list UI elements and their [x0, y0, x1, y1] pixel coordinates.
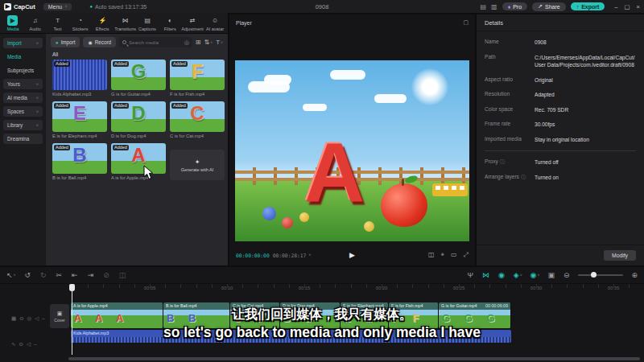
snap-toggle-icon[interactable]: ⋈ — [482, 271, 490, 279]
layout-icon[interactable]: ▤ — [481, 3, 487, 10]
select-tool-icon[interactable]: ↖˅ — [6, 271, 15, 279]
cover-label: Cover — [54, 318, 64, 323]
chevron-down-icon: ˅ — [36, 123, 39, 128]
voiceover-mic-icon[interactable]: Ψ — [467, 271, 474, 279]
split-icon[interactable]: ✂ — [56, 271, 64, 279]
ribbon-tab[interactable]: T Text — [47, 15, 69, 31]
sidebar-item[interactable]: Spaces ˅ — [3, 106, 43, 117]
delete-left-icon[interactable]: ⇤ — [72, 271, 79, 279]
sidebar-item[interactable]: Library ˅ — [3, 120, 43, 130]
video-preview[interactable]: A — [235, 60, 469, 241]
mute-icon[interactable]: ◁ — [27, 341, 31, 348]
sort-icon[interactable]: ⇅˅ — [204, 39, 213, 46]
ribbon-tab[interactable]: ◔ Stickers — [69, 15, 92, 31]
ribbon-tab[interactable]: ☺ AI avatar — [204, 15, 226, 31]
timeline-clip[interactable]: A is for Apple.mp4 A A A — [71, 302, 163, 328]
sort-glyph: ⇅ — [204, 39, 210, 46]
media-item[interactable]: Added E E is for Elephant.mp4 — [52, 101, 107, 138]
audio-track-icon[interactable]: ∿ — [11, 341, 15, 348]
maximize-button[interactable]: ▢ — [625, 3, 630, 10]
audio-clip[interactable]: Kids Alphabet.mp3 — [71, 330, 511, 343]
focus-icon[interactable]: ⌖ — [441, 251, 445, 259]
media-filter-all[interactable]: All — [52, 51, 221, 57]
modify-button[interactable]: Modify — [604, 250, 636, 261]
timeline-clip[interactable]: G is for Guitar.mp400:00:06:09 G G G — [439, 302, 511, 328]
search-input[interactable] — [129, 40, 182, 45]
mute-icon[interactable]: ◁ — [35, 315, 39, 322]
media-item[interactable]: Added G G is for Guitar.mp4 — [111, 60, 166, 97]
timecode-chevron-icon[interactable]: ˅ — [308, 253, 311, 257]
timeline-clip[interactable]: C is for Cat.mp4 C C — [230, 302, 280, 328]
sidebar-item-label: Library — [7, 122, 23, 128]
playhead-line[interactable] — [72, 284, 72, 355]
media-item[interactable]: Added C C is for Cat.mp4 — [170, 101, 225, 138]
keyframe-toggle-icon[interactable]: ◈˅ — [514, 271, 522, 279]
collapse-icon[interactable]: − — [34, 342, 37, 348]
redo-icon[interactable]: ↻ — [40, 271, 47, 279]
import-button[interactable]: ● Import — [51, 37, 80, 47]
zoom-slider-knob[interactable] — [591, 272, 597, 278]
link-toggle-icon[interactable]: ◉ — [498, 271, 506, 279]
media-item[interactable]: Added D D is for Dog.mp4 — [111, 101, 166, 138]
ribbon-tab-icon: ⋈ — [120, 15, 130, 26]
generate-with-ai-button[interactable]: ✦ Generate with AI — [170, 150, 225, 180]
record-button[interactable]: ◉ Record — [83, 37, 116, 47]
ratio-icon[interactable]: ▭ — [451, 251, 457, 259]
lock-icon[interactable]: ⊙ — [19, 341, 23, 348]
sidebar-item[interactable]: Dreamina — [3, 134, 43, 144]
delete-right-icon[interactable]: ⇥ — [88, 271, 95, 279]
playhead-pin[interactable] — [69, 284, 75, 291]
timeline-zoom-slider[interactable] — [578, 274, 623, 276]
lock-icon[interactable]: ⊙ — [19, 315, 23, 322]
timeline-clip[interactable]: D is for Dog.mp4 D D — [280, 302, 341, 328]
sidebar-item[interactable]: Subprojects — [3, 65, 43, 76]
search-box[interactable]: ◎ — [119, 37, 192, 47]
ribbon-tab[interactable]: ▶ Media — [2, 15, 24, 31]
zoom-in-icon[interactable]: ⊕ — [631, 271, 638, 279]
audio-toggle-icon[interactable]: ◉˅ — [530, 271, 540, 279]
zoom-out-icon[interactable]: ⊖ — [564, 271, 571, 279]
ribbon-tab[interactable]: ◐ Filters — [159, 15, 181, 31]
sidebar-item[interactable]: Yours ˅ — [3, 79, 43, 89]
track-type-icon[interactable]: ▦ — [11, 315, 16, 322]
collapse-icon[interactable]: − — [42, 316, 45, 322]
filter-type-icon[interactable]: T˅ — [216, 39, 223, 46]
pro-button[interactable]: ♦ Pro — [502, 2, 527, 10]
menu-button[interactable]: Menu ˅ — [43, 3, 72, 10]
mask-icon[interactable]: ◫ — [119, 271, 127, 279]
visual-search-icon[interactable]: ◎ — [184, 39, 189, 46]
undo-icon[interactable]: ↺ — [24, 271, 31, 279]
horizontal-scrollbar[interactable] — [68, 357, 640, 360]
ribbon-tab[interactable]: ▤ Captions — [136, 15, 159, 31]
compare-icon[interactable]: ◫ — [428, 251, 435, 259]
export-button[interactable]: ↑ Export — [571, 2, 605, 10]
minimize-button[interactable]: – — [614, 3, 617, 10]
timeline-ruler[interactable]: 00:0500:1000:1500:2000:2500:3000:35 — [0, 283, 644, 294]
share-button[interactable]: ↗ Share — [532, 2, 566, 11]
hide-icon[interactable]: ◎ — [27, 315, 32, 322]
delete-icon[interactable]: ⊘ — [103, 271, 110, 279]
player-expand-icon[interactable]: ▢ — [463, 19, 469, 26]
details-label: Arrange layersⓘ — [485, 174, 535, 182]
cover-button[interactable]: ▣ Cover — [50, 304, 69, 328]
snapshot-icon[interactable]: ▣ — [547, 271, 555, 279]
sidebar-item-label: Media — [7, 54, 21, 60]
timeline-clip[interactable]: E is for Elephant.mp4 E E — [341, 302, 389, 328]
sidebar-item[interactable]: Import ˅ — [3, 38, 43, 48]
close-button[interactable]: × — [637, 3, 640, 10]
media-item[interactable]: Added Kids Alphabet.mp3 — [52, 60, 107, 97]
ribbon-tab[interactable]: ⋈ Transitions — [114, 15, 136, 31]
media-item[interactable]: Added B B is for Ball.mp4 — [52, 143, 107, 180]
sidebar-item[interactable]: AI media ˅ — [3, 93, 43, 103]
media-item[interactable]: Added A A is for Apple.mp4 — [111, 143, 166, 180]
ribbon-tab[interactable]: ⚡ Effects — [92, 15, 114, 31]
sidebar-item[interactable]: Media — [3, 51, 43, 62]
ribbon-tab[interactable]: ♫ Audio — [24, 15, 47, 31]
panel-layout-icon[interactable]: ▥ — [491, 3, 497, 10]
timeline-clip[interactable]: F is for Fish.mp4 F F — [389, 302, 439, 328]
grid-view-icon[interactable]: ⊞ — [196, 39, 201, 46]
fullscreen-icon[interactable]: ⤢ — [464, 251, 469, 259]
timeline-clip[interactable]: B is for Ball.mp4 B B — [163, 302, 230, 328]
media-item[interactable]: Added F F is for Fish.mp4 — [170, 60, 225, 97]
ribbon-tab[interactable]: ⇄ Adjustment — [181, 15, 204, 31]
